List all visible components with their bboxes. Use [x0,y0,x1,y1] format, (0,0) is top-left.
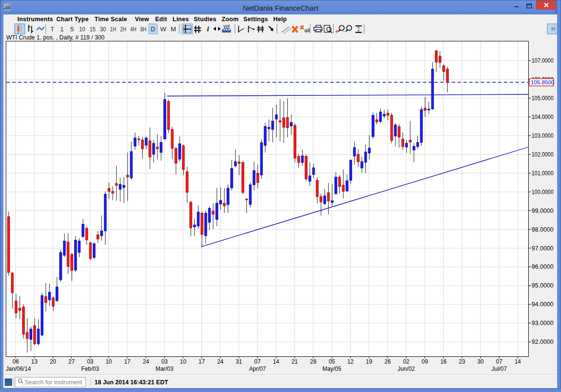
svg-text:94.0000: 94.0000 [532,301,554,308]
svg-text:92.0000: 92.0000 [532,339,554,345]
svg-text:99.0000: 99.0000 [532,208,554,214]
svg-text:Jul/07: Jul/07 [492,366,507,372]
svg-text:May/05: May/05 [322,366,341,372]
svg-text:Mar/03: Mar/03 [156,366,174,372]
svg-text:all: all [304,27,310,33]
svg-text:30: 30 [100,26,106,33]
svg-text:21: 21 [292,358,298,365]
svg-text:97.0000: 97.0000 [532,245,554,252]
svg-text:26: 26 [385,358,391,365]
svg-text:10: 10 [106,358,112,365]
svg-text:8H: 8H [140,26,147,33]
svg-text:14: 14 [515,358,521,365]
svg-text:103.0000: 103.0000 [532,132,554,139]
svg-text:100.0000: 100.0000 [532,189,554,196]
svg-text:95.0000: 95.0000 [532,282,554,289]
svg-text:T: T [50,26,54,33]
svg-text:03: 03 [87,358,94,365]
svg-text:03: 03 [161,358,168,365]
svg-text:104.0000: 104.0000 [532,114,554,120]
svg-text:5: 5 [70,26,74,33]
svg-text:1: 1 [60,26,64,33]
svg-text:16: 16 [440,358,447,365]
svg-text:105.8500: 105.8500 [531,79,554,85]
svg-text:10: 10 [180,358,187,365]
svg-text:05: 05 [329,358,335,365]
svg-text:102.0000: 102.0000 [532,151,554,158]
svg-text:31: 31 [236,358,242,365]
svg-text:W: W [160,26,166,33]
svg-text:06: 06 [13,358,19,365]
svg-text:28: 28 [310,358,317,365]
svg-text:M: M [171,26,176,33]
svg-text:1H: 1H [110,26,116,33]
svg-text:Apr/07: Apr/07 [249,366,266,372]
svg-text:14: 14 [273,358,280,365]
svg-text:101.0000: 101.0000 [532,170,554,177]
svg-text:Jun/02: Jun/02 [398,366,415,372]
svg-text:23: 23 [459,358,466,365]
svg-text:vol: vol [224,24,230,29]
svg-text:24: 24 [143,358,149,365]
svg-text:D: D [151,26,155,33]
svg-text:07: 07 [496,358,503,365]
svg-text:07: 07 [254,358,261,365]
svg-text:96.0000: 96.0000 [532,263,554,270]
svg-text:2H: 2H [120,26,126,33]
svg-text:10: 10 [79,26,85,33]
svg-text:02: 02 [403,358,410,365]
svg-text:12: 12 [347,358,354,365]
svg-text:13: 13 [31,358,38,365]
svg-text:98.0000: 98.0000 [532,226,554,233]
svg-text:Feb/03: Feb/03 [81,366,99,372]
svg-text:17: 17 [199,358,205,365]
svg-text:93.0000: 93.0000 [532,320,554,327]
svg-text:15: 15 [90,26,96,33]
svg-text:27: 27 [68,358,75,365]
svg-text:i: i [207,25,209,33]
svg-text:17: 17 [124,358,131,365]
svg-text:30: 30 [477,358,484,365]
svg-text:09: 09 [422,358,428,365]
svg-text:107.0000: 107.0000 [532,57,554,64]
svg-text:105.0000: 105.0000 [532,95,554,102]
svg-text:20: 20 [50,358,56,365]
svg-text:24: 24 [217,358,224,365]
svg-text:Jan/06/14: Jan/06/14 [6,366,31,372]
svg-text:19: 19 [366,358,373,365]
svg-text:4H: 4H [130,26,136,33]
